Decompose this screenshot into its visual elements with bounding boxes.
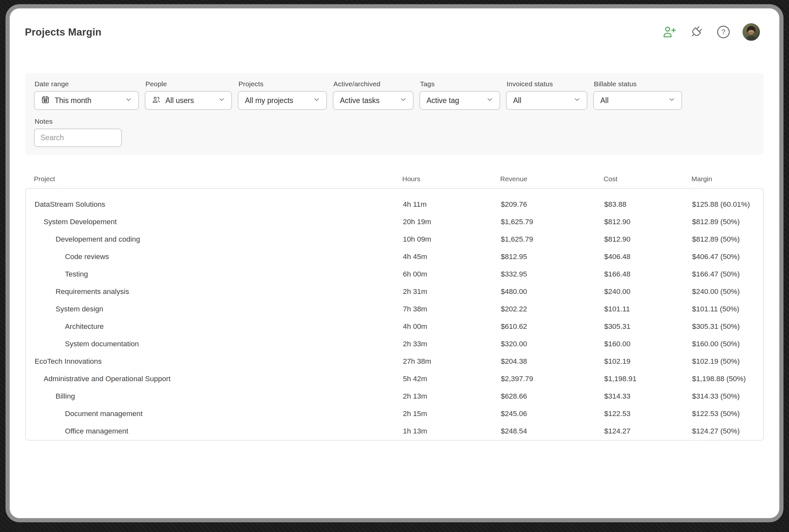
column-header-project: Project (34, 175, 402, 183)
table-row[interactable]: Code reviews 4h 45m $812.95 $406.48 $406… (26, 248, 764, 266)
chevron-down-icon (399, 96, 407, 105)
cell-cost: $102.19 (604, 357, 692, 366)
column-header-margin: Margin (691, 175, 764, 183)
cell-hours: 4h 11m (403, 200, 501, 209)
cell-margin: $305.31 (50%) (692, 322, 764, 331)
billable-status-label: Billable status (594, 80, 682, 88)
cell-project: Developement and coding (35, 235, 403, 244)
table-row[interactable]: System Developement 20h 19m $1,625.79 $8… (26, 213, 764, 231)
table-row[interactable]: Requirements analysis 2h 31m $480.00 $24… (26, 283, 764, 300)
table-row[interactable]: System documentation 2h 33m $320.00 $160… (26, 335, 764, 353)
cell-margin: $160.00 (50%) (692, 340, 764, 348)
cell-margin: $812.89 (50%) (692, 235, 764, 244)
cell-project: EcoTech Innovations (35, 357, 403, 366)
people-label: People (145, 80, 232, 88)
cell-revenue: $245.06 (501, 410, 604, 418)
table-row[interactable]: Administrative and Operational Support 5… (26, 370, 764, 387)
cell-hours: 4h 45m (403, 252, 501, 261)
cell-project: Testing (35, 270, 403, 279)
table-row[interactable]: DataStream Solutions 4h 11m $209.76 $83.… (26, 196, 764, 213)
chevron-down-icon (313, 96, 320, 105)
cell-hours: 4h 00m (403, 322, 501, 331)
filters-panel: Date range Th (25, 73, 764, 155)
cell-margin: $314.33 (50%) (692, 392, 764, 401)
date-range-label: Date range (35, 80, 139, 88)
page-title: Projects Margin (25, 26, 101, 38)
cell-cost: $305.31 (604, 322, 692, 331)
cell-revenue: $320.00 (501, 340, 604, 348)
tags-label: Tags (420, 80, 500, 88)
plug-icon (689, 25, 703, 39)
cell-hours: 10h 09m (403, 235, 501, 244)
table-row[interactable]: Testing 6h 00m $332.95 $166.48 $166.47 (… (26, 266, 764, 283)
cell-cost: $406.48 (604, 252, 692, 261)
cell-revenue: $209.76 (501, 200, 604, 209)
cell-cost: $1,198.91 (604, 375, 692, 383)
date-range-select[interactable]: This month (34, 91, 139, 110)
table-row[interactable]: Office management 1h 13m $248.54 $124.27… (26, 422, 764, 440)
cell-margin: $812.89 (50%) (692, 218, 764, 226)
cell-cost: $83.88 (604, 200, 692, 209)
cell-margin: $125.88 (60.01%) (692, 200, 764, 209)
cell-project: Architecture (35, 322, 403, 331)
table-row[interactable]: System design 7h 38m $202.22 $101.11 $10… (26, 300, 764, 318)
user-avatar[interactable] (743, 23, 760, 41)
active-archived-select[interactable]: Active tasks (333, 91, 414, 110)
projects-value: All my projects (245, 96, 293, 105)
tags-select[interactable]: Active tag (419, 91, 500, 110)
chevron-down-icon (218, 96, 226, 105)
cell-cost: $812.90 (604, 235, 692, 244)
cell-revenue: $628.66 (501, 392, 604, 401)
cell-hours: 5h 42m (403, 375, 501, 383)
table-row[interactable]: Architecture 4h 00m $610.62 $305.31 $305… (26, 318, 764, 335)
cell-project: System Developement (35, 218, 403, 226)
add-user-button[interactable] (661, 24, 677, 40)
cell-margin: $101.11 (50%) (692, 305, 764, 313)
chevron-down-icon (486, 96, 494, 105)
cell-margin: $240.00 (50%) (692, 287, 764, 296)
cell-margin: $124.27 (50%) (692, 427, 764, 435)
cell-revenue: $248.54 (501, 427, 604, 435)
people-select[interactable]: All users (145, 91, 232, 110)
integrations-button[interactable] (688, 24, 705, 40)
column-header-hours: Hours (402, 175, 500, 183)
cell-revenue: $610.62 (501, 322, 604, 331)
cell-cost: $160.00 (604, 340, 692, 348)
notes-search-input[interactable] (34, 129, 122, 147)
table-row[interactable]: Developement and coding 10h 09m $1,625.7… (26, 231, 764, 248)
cell-revenue: $2,397.79 (501, 375, 604, 383)
cell-project: Document management (35, 410, 403, 418)
chevron-down-icon (668, 96, 676, 105)
help-icon: ? (716, 24, 731, 39)
cell-revenue: $1,625.79 (501, 218, 604, 226)
cell-revenue: $1,625.79 (501, 235, 604, 244)
billable-status-select[interactable]: All (593, 91, 682, 110)
cell-revenue: $202.22 (501, 305, 604, 313)
cell-hours: 20h 19m (403, 218, 501, 226)
table-body: DataStream Solutions 4h 11m $209.76 $83.… (26, 196, 763, 440)
notes-label: Notes (35, 118, 755, 125)
users-icon (152, 95, 161, 106)
table-row[interactable]: EcoTech Innovations 27h 38m $204.38 $102… (26, 353, 764, 370)
help-button[interactable]: ? (715, 24, 732, 40)
invoiced-status-label: Invoiced status (507, 80, 587, 88)
cell-hours: 2h 13m (403, 392, 501, 401)
cell-hours: 1h 13m (403, 427, 501, 435)
invoiced-status-select[interactable]: All (506, 91, 587, 110)
table-row[interactable]: Document management 2h 15m $245.06 $122.… (26, 405, 764, 422)
cell-margin: $1,198.88 (50%) (692, 375, 764, 383)
cell-project: Administrative and Operational Support (35, 375, 403, 383)
cell-project: Code reviews (35, 252, 403, 261)
projects-select[interactable]: All my projects (238, 91, 327, 110)
table-header: Project Hours Revenue Cost Margin (25, 175, 764, 183)
svg-text:?: ? (721, 28, 725, 36)
projects-label: Projects (239, 80, 327, 88)
table-row[interactable]: Billing 2h 13m $628.66 $314.33 $314.33 (… (26, 387, 764, 405)
cell-project: Billing (35, 392, 403, 401)
cell-cost: $124.27 (604, 427, 692, 435)
cell-hours: 6h 00m (403, 270, 501, 279)
cell-project: Requirements analysis (35, 287, 403, 296)
cell-hours: 2h 15m (403, 410, 501, 418)
page-background: { "header": { "title": "Projects Margin"… (0, 0, 789, 532)
billable-status-value: All (600, 96, 609, 105)
